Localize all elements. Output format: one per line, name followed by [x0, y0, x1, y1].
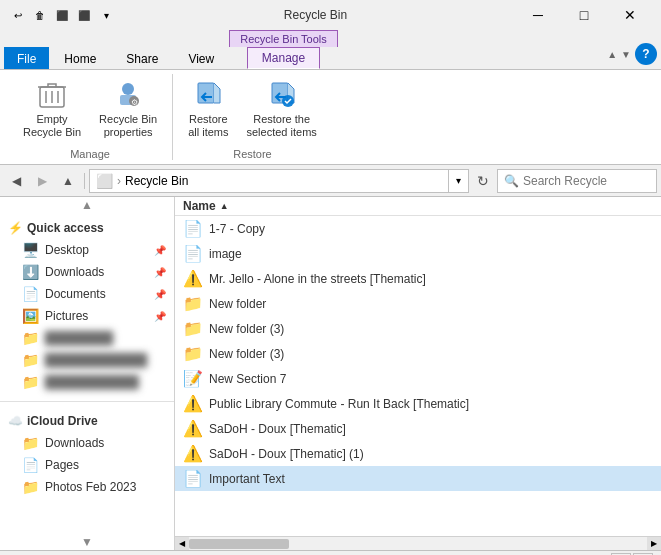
file-icon-8: ⚠️	[183, 394, 203, 413]
search-input[interactable]	[523, 174, 650, 188]
file-item-7[interactable]: 📝 New Section 7	[175, 366, 661, 391]
sidebar-item-icloud-downloads[interactable]: 📁 Downloads	[0, 432, 174, 454]
downloads-icon: ⬇️	[22, 264, 39, 280]
manage-group-label: Manage	[70, 144, 110, 160]
ribbon-group-manage: Empty Recycle Bin ⚙ Recycle Bin properti…	[8, 74, 173, 160]
file-item-8[interactable]: ⚠️ Public Library Commute - Run It Back …	[175, 391, 661, 416]
h-scroll-left-btn[interactable]: ◀	[175, 537, 189, 551]
tab-home[interactable]: Home	[49, 47, 111, 69]
desktop-icon: 🖥️	[22, 242, 39, 258]
file-name-8: Public Library Commute - Run It Back [Th…	[209, 397, 653, 411]
file-icon-5: 📁	[183, 319, 203, 338]
file-icon-10: ⚠️	[183, 444, 203, 463]
sidebar-item-blurred1[interactable]: 📁 ████████	[0, 327, 174, 349]
icloud-downloads-icon: 📁	[22, 435, 39, 451]
title-bar: ↩ 🗑 ⬛ ⬛ ▾ Recycle Bin ─ □ ✕	[0, 0, 661, 30]
blurred3-icon: 📁	[22, 374, 39, 390]
sidebar-item-pictures[interactable]: 🖼️ Pictures 📌	[0, 305, 174, 327]
file-item-3[interactable]: ⚠️ Mr. Jello - Alone in the streets [The…	[175, 266, 661, 291]
sidebar-item-downloads[interactable]: ⬇️ Downloads 📌	[0, 261, 174, 283]
sidebar-item-documents[interactable]: 📄 Documents 📌	[0, 283, 174, 305]
file-item-5[interactable]: 📁 New folder (3)	[175, 316, 661, 341]
minimize-button[interactable]: ─	[515, 0, 561, 30]
address-bar: ◀ ▶ ▲ ⬜ › Recycle Bin ▾ ↻ 🔍	[0, 165, 661, 197]
sidebar-item-photos-label: Photos Feb 2023	[45, 480, 136, 494]
sidebar-item-blurred1-label: ████████	[45, 331, 113, 345]
file-name-2: image	[209, 247, 653, 261]
sidebar-item-pictures-label: Pictures	[45, 309, 88, 323]
manage-tab-header: Recycle Bin Tools	[229, 30, 338, 47]
ribbon-group-manage-items: Empty Recycle Bin ⚙ Recycle Bin properti…	[16, 74, 164, 144]
main-area: ▲ ⚡ Quick access 🖥️ Desktop 📌 ⬇️ Downloa…	[0, 197, 661, 550]
svg-text:⚙: ⚙	[131, 98, 138, 107]
file-item-2[interactable]: 📄 image	[175, 241, 661, 266]
maximize-button[interactable]: □	[561, 0, 607, 30]
tab-view[interactable]: View	[173, 47, 229, 69]
tab-share[interactable]: Share	[111, 47, 173, 69]
sidebar-item-blurred2[interactable]: 📁 ████████████	[0, 349, 174, 371]
quick-access-icon: ⚡	[8, 221, 23, 235]
qa-small1-btn[interactable]: ⬛	[52, 5, 72, 25]
restore-selected-button[interactable]: Restore the selected items	[240, 74, 324, 144]
empty-recycle-bin-icon	[36, 79, 68, 111]
file-item-10[interactable]: ⚠️ SaDoH - Doux [Thematic] (1)	[175, 441, 661, 466]
file-item-1[interactable]: 📄 1-7 - Copy	[175, 216, 661, 241]
restore-all-items-button[interactable]: Restore all items	[181, 74, 235, 144]
sidebar-header-icloud[interactable]: ☁️ iCloud Drive	[0, 410, 174, 432]
blurred2-icon: 📁	[22, 352, 39, 368]
svg-point-5	[122, 83, 134, 95]
file-name-5: New folder (3)	[209, 322, 653, 336]
h-scroll-thumb[interactable]	[189, 539, 289, 549]
file-item-11[interactable]: 📄 Important Text	[175, 466, 661, 491]
address-path-text: Recycle Bin	[125, 174, 188, 188]
tab-manage[interactable]: Manage	[247, 47, 320, 69]
empty-recycle-bin-label: Empty Recycle Bin	[23, 113, 81, 139]
restore-selected-label: Restore the selected items	[247, 113, 317, 139]
address-dropdown-btn[interactable]: ▾	[449, 169, 469, 193]
pictures-pin-icon: 📌	[154, 311, 166, 322]
documents-icon: 📄	[22, 286, 39, 302]
sidebar-item-documents-label: Documents	[45, 287, 106, 301]
file-item-4[interactable]: 📁 New folder	[175, 291, 661, 316]
recycle-bin-props-label: Recycle Bin properties	[99, 113, 157, 139]
quick-access-toolbar: ↩ 🗑 ⬛ ⬛ ▾	[8, 5, 116, 25]
recycle-bin-properties-button[interactable]: ⚙ Recycle Bin properties	[92, 74, 164, 144]
forward-button[interactable]: ▶	[30, 169, 54, 193]
qa-small2-btn[interactable]: ⬛	[74, 5, 94, 25]
back-button[interactable]: ◀	[4, 169, 28, 193]
sidebar-scroll-up[interactable]: ▲	[0, 197, 174, 213]
file-item-6[interactable]: 📁 New folder (3)	[175, 341, 661, 366]
file-item-9[interactable]: ⚠️ SaDoH - Doux [Thematic]	[175, 416, 661, 441]
qa-dropdown-btn[interactable]: ▾	[96, 5, 116, 25]
sidebar-item-desktop[interactable]: 🖥️ Desktop 📌	[0, 239, 174, 261]
sidebar: ▲ ⚡ Quick access 🖥️ Desktop 📌 ⬇️ Downloa…	[0, 197, 175, 550]
sidebar-scroll-down[interactable]: ▼	[0, 534, 174, 550]
sidebar-header-quick-access[interactable]: ⚡ Quick access	[0, 217, 174, 239]
sidebar-item-pages[interactable]: 📄 Pages	[0, 454, 174, 476]
file-icon-6: 📁	[183, 344, 203, 363]
refresh-button[interactable]: ↻	[471, 169, 495, 193]
horizontal-scrollbar[interactable]: ◀ ▶	[175, 536, 661, 550]
h-scroll-track	[189, 538, 647, 550]
file-icon-2: 📄	[183, 244, 203, 263]
sidebar-item-blurred3[interactable]: 📁 ███████████	[0, 371, 174, 393]
empty-recycle-bin-button[interactable]: Empty Recycle Bin	[16, 74, 88, 144]
up-button[interactable]: ▲	[56, 169, 80, 193]
h-scroll-right-btn[interactable]: ▶	[647, 537, 661, 551]
file-list-scroll[interactable]: 📄 1-7 - Copy 📄 image ⚠️ Mr. Jello - Alon…	[175, 216, 661, 536]
sidebar-item-blurred3-label: ███████████	[45, 375, 139, 389]
icloud-label: iCloud Drive	[27, 414, 98, 428]
help-button[interactable]: ?	[635, 43, 657, 65]
qa-undo-btn[interactable]: ↩	[8, 5, 28, 25]
close-button[interactable]: ✕	[607, 0, 653, 30]
icloud-icon: ☁️	[8, 414, 23, 428]
address-path[interactable]: ⬜ › Recycle Bin	[89, 169, 449, 193]
title-bar-left: ↩ 🗑 ⬛ ⬛ ▾	[8, 5, 116, 25]
address-path-icon: ⬜	[96, 173, 113, 189]
qa-props-btn[interactable]: 🗑	[30, 5, 50, 25]
ribbon-group-restore-items: Restore all items Restore the selected i…	[181, 74, 324, 144]
file-name-9: SaDoH - Doux [Thematic]	[209, 422, 653, 436]
file-list-header[interactable]: Name ▲	[175, 197, 661, 216]
sidebar-item-photos[interactable]: 📁 Photos Feb 2023	[0, 476, 174, 498]
tab-file[interactable]: File	[4, 47, 49, 69]
